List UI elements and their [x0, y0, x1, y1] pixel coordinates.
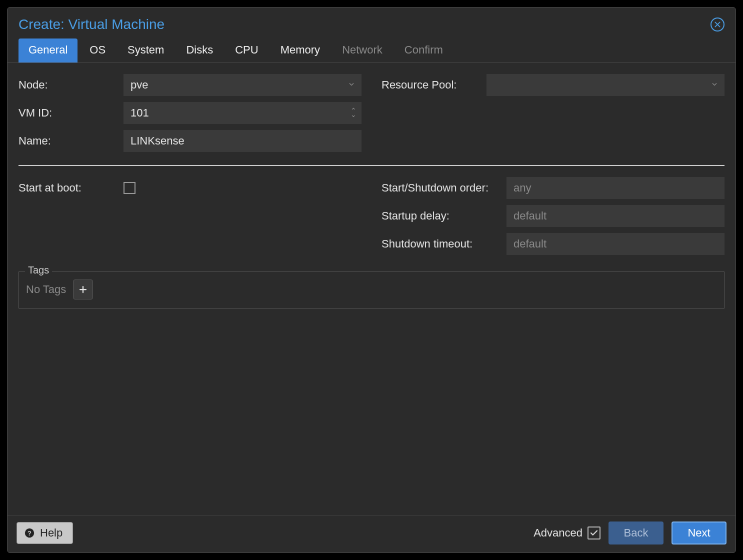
wizard-tabs: General OS System Disks CPU Memory Netwo…: [8, 38, 736, 63]
tags-row: No Tags: [26, 280, 717, 300]
dialog-header: Create: Virtual Machine: [8, 8, 736, 38]
order-input[interactable]: [506, 177, 724, 199]
top-right-col: Resource Pool:: [382, 74, 724, 158]
tab-confirm: Confirm: [394, 38, 453, 62]
no-tags-text: No Tags: [26, 283, 66, 296]
check-icon: [590, 528, 598, 538]
next-button[interactable]: Next: [672, 522, 726, 544]
timeout-input[interactable]: [506, 233, 724, 255]
adv-left-col: Start at boot:: [18, 177, 362, 261]
footer-right: Advanced Back Next: [534, 522, 726, 544]
close-button[interactable]: [710, 18, 724, 32]
form-body: Node: VM ID: ⌃⌄: [8, 63, 736, 515]
tab-cpu[interactable]: CPU: [225, 38, 268, 62]
name-row: Name:: [18, 130, 362, 152]
create-vm-dialog: Create: Virtual Machine General OS Syste…: [7, 7, 736, 553]
adv-right-col: Start/Shutdown order: Startup delay: Shu…: [382, 177, 724, 261]
advanced-label: Advanced: [534, 526, 582, 540]
pool-row: Resource Pool:: [382, 74, 724, 96]
back-button[interactable]: Back: [608, 522, 664, 544]
startboot-row: Start at boot:: [18, 177, 362, 199]
tab-network: Network: [332, 38, 392, 62]
pool-select[interactable]: [486, 74, 724, 96]
node-label: Node:: [18, 78, 124, 92]
node-select[interactable]: [124, 74, 362, 96]
tab-general[interactable]: General: [18, 38, 78, 62]
pool-label: Resource Pool:: [382, 78, 486, 92]
advanced-checkbox[interactable]: [588, 526, 600, 540]
section-divider: [18, 165, 724, 166]
plus-icon: [78, 285, 88, 294]
tab-memory[interactable]: Memory: [270, 38, 330, 62]
tags-fieldset: Tags No Tags: [18, 271, 724, 309]
dialog-title: Create: Virtual Machine: [18, 16, 164, 32]
tab-disks[interactable]: Disks: [176, 38, 223, 62]
node-row: Node:: [18, 74, 362, 96]
name-label: Name:: [18, 134, 124, 148]
tab-os[interactable]: OS: [80, 38, 116, 62]
startboot-label: Start at boot:: [18, 182, 124, 194]
advanced-toggle-wrap: Advanced: [534, 526, 600, 540]
vmid-label: VM ID:: [18, 106, 124, 120]
order-label: Start/Shutdown order:: [382, 182, 506, 194]
timeout-row: Shutdown timeout:: [382, 233, 724, 255]
dialog-footer: ? Help Advanced Back Next: [8, 515, 736, 552]
close-icon: [714, 21, 721, 28]
help-button[interactable]: ? Help: [16, 522, 73, 544]
order-row: Start/Shutdown order:: [382, 177, 724, 199]
help-icon: ?: [24, 528, 35, 538]
vmid-row: VM ID: ⌃⌄: [18, 102, 362, 124]
top-grid: Node: VM ID: ⌃⌄: [18, 74, 724, 158]
delay-input[interactable]: [506, 205, 724, 227]
advanced-grid: Start at boot: Start/Shutdown order: Sta…: [18, 177, 724, 261]
timeout-label: Shutdown timeout:: [382, 238, 506, 250]
delay-row: Startup delay:: [382, 205, 724, 227]
vmid-input[interactable]: [124, 102, 362, 124]
top-left-col: Node: VM ID: ⌃⌄: [18, 74, 362, 158]
add-tag-button[interactable]: [73, 280, 93, 300]
tab-system[interactable]: System: [118, 38, 174, 62]
tags-legend: Tags: [25, 264, 52, 276]
svg-text:?: ?: [28, 530, 32, 537]
delay-label: Startup delay:: [382, 210, 506, 222]
startboot-checkbox[interactable]: [124, 182, 136, 194]
name-input[interactable]: [124, 130, 362, 152]
help-label: Help: [40, 526, 62, 540]
